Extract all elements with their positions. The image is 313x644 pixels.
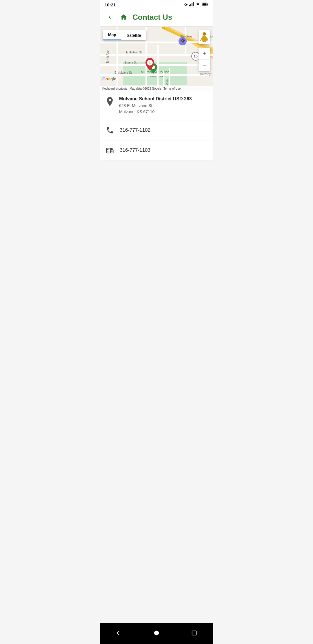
fax-row[interactable]: 316-777-1103 [100,140,213,160]
svg-rect-51 [111,151,113,151]
map-type-toggle[interactable]: Map Satellite [103,30,146,40]
wifi-icon [196,3,200,7]
svg-rect-45 [106,148,110,153]
phone-icon [105,125,115,135]
street-view-button[interactable] [199,30,210,44]
status-bar: 10:21 ⟳ [100,0,213,8]
zoom-out-button[interactable]: − [199,59,210,71]
svg-text:🎓: 🎓 [180,39,185,44]
svg-line-39 [207,38,208,41]
svg-text:E Helbert St: E Helbert St [126,51,142,54]
svg-text:Ramsey Sto...: Ramsey Sto... [200,73,213,76]
page-header: Contact Us [100,8,213,27]
svg-text:Emery St: Emery St [125,61,137,64]
address-text: Mulvane School District USD 263 628 E. M… [119,96,208,115]
svg-text:15: 15 [194,54,198,58]
address-line2: Mulvane, KS 67110 [119,109,208,115]
location-icon [105,96,115,107]
map-data-label: Map data ©2023 Google [130,87,161,90]
svg-rect-2 [192,3,192,6]
home-button[interactable] [119,12,129,22]
svg-point-36 [203,32,206,36]
svg-rect-1 [190,4,191,6]
map-tab[interactable]: Map [103,30,121,40]
back-button[interactable] [105,12,115,22]
signal-icon [189,2,194,7]
battery-icon [202,3,208,7]
svg-text:N 4th Ave: N 4th Ave [106,50,109,63]
svg-rect-6 [208,4,208,5]
phone-number[interactable]: 316-777-1102 [120,127,150,133]
page-title: Contact Us [132,13,208,22]
phone-row[interactable]: 316-777-1102 [100,120,213,140]
svg-line-38 [201,38,202,41]
address-row: Mulvane School District USD 263 628 E. M… [100,91,213,120]
bottom-spacer [100,160,213,184]
map-marker-1[interactable]: 1 [145,58,155,72]
svg-rect-47 [107,151,109,151]
svg-point-44 [109,99,111,101]
svg-rect-48 [107,152,109,152]
map-footer: Keyboard shortcuts Map data ©2023 Google… [100,86,213,91]
svg-text:Google: Google [102,77,116,81]
terms-link[interactable]: Terms of Use [163,87,181,90]
svg-rect-5 [203,3,207,6]
status-icons: ⟳ [184,2,208,7]
svg-rect-52 [111,151,113,152]
zoom-controls[interactable]: + − [199,48,210,71]
status-time: 10:21 [105,2,116,7]
keyboard-shortcuts-link[interactable]: Keyboard shortcuts [102,87,127,90]
satellite-tab[interactable]: Satellite [121,30,146,40]
svg-rect-0 [189,5,190,6]
org-name: Mulvane School District USD 263 [119,96,208,102]
fax-number[interactable]: 316-777-1103 [120,147,150,153]
svg-rect-50 [111,148,113,150]
address-line1: 628 E. Mulvane St [119,103,208,109]
svg-rect-46 [107,149,109,151]
contact-content: Mulvane School District USD 263 628 E. M… [100,91,213,160]
svg-text:S Colle...: S Colle... [166,77,169,87]
map-container[interactable]: Mulvane Recreation Commission Lisa Ln E … [100,27,213,91]
svg-rect-3 [193,2,194,6]
google-logo: Google [102,76,120,82]
svg-text:1: 1 [149,61,151,65]
fax-icon [105,145,115,155]
svg-point-37 [202,35,207,42]
zoom-in-button[interactable]: + [199,48,210,59]
music-icon: ⟳ [184,3,188,7]
